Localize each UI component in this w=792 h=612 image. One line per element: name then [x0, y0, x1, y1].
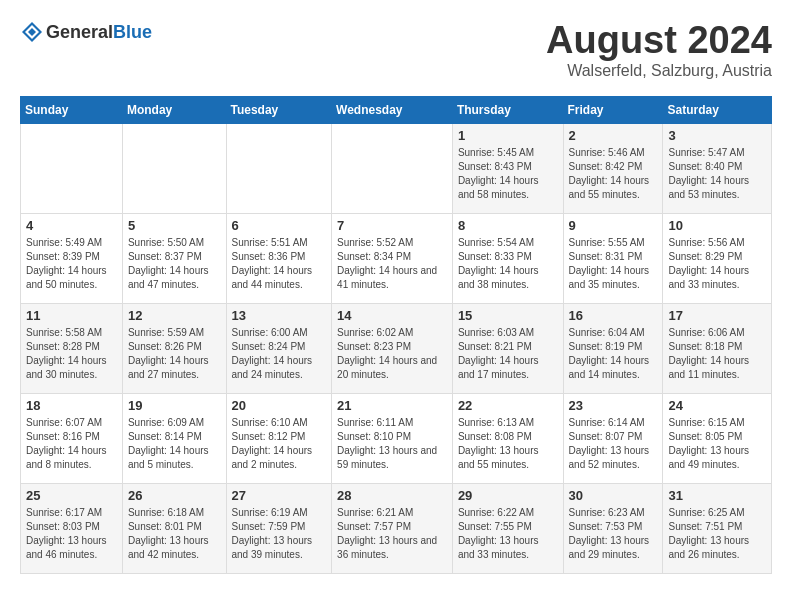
- day-number: 29: [458, 488, 558, 503]
- day-info: Sunrise: 5:51 AM Sunset: 8:36 PM Dayligh…: [232, 236, 327, 292]
- day-number: 19: [128, 398, 221, 413]
- calendar-header: Sunday Monday Tuesday Wednesday Thursday…: [21, 96, 772, 123]
- day-number: 31: [668, 488, 766, 503]
- week-row-4: 18Sunrise: 6:07 AM Sunset: 8:16 PM Dayli…: [21, 393, 772, 483]
- cell-week2-day6: 10Sunrise: 5:56 AM Sunset: 8:29 PM Dayli…: [663, 213, 772, 303]
- cell-week5-day6: 31Sunrise: 6:25 AM Sunset: 7:51 PM Dayli…: [663, 483, 772, 573]
- day-number: 12: [128, 308, 221, 323]
- day-info: Sunrise: 6:22 AM Sunset: 7:55 PM Dayligh…: [458, 506, 558, 562]
- cell-week2-day0: 4Sunrise: 5:49 AM Sunset: 8:39 PM Daylig…: [21, 213, 123, 303]
- title-area: August 2024 Walserfeld, Salzburg, Austri…: [546, 20, 772, 80]
- cell-week3-day3: 14Sunrise: 6:02 AM Sunset: 8:23 PM Dayli…: [332, 303, 453, 393]
- cell-week3-day5: 16Sunrise: 6:04 AM Sunset: 8:19 PM Dayli…: [563, 303, 663, 393]
- day-number: 11: [26, 308, 117, 323]
- day-number: 23: [569, 398, 658, 413]
- cell-week3-day0: 11Sunrise: 5:58 AM Sunset: 8:28 PM Dayli…: [21, 303, 123, 393]
- logo-text-blue: Blue: [113, 22, 152, 42]
- day-info: Sunrise: 5:56 AM Sunset: 8:29 PM Dayligh…: [668, 236, 766, 292]
- main-title: August 2024: [546, 20, 772, 62]
- cell-week1-day3: [332, 123, 453, 213]
- cell-week5-day5: 30Sunrise: 6:23 AM Sunset: 7:53 PM Dayli…: [563, 483, 663, 573]
- cell-week5-day3: 28Sunrise: 6:21 AM Sunset: 7:57 PM Dayli…: [332, 483, 453, 573]
- day-info: Sunrise: 6:21 AM Sunset: 7:57 PM Dayligh…: [337, 506, 447, 562]
- day-number: 30: [569, 488, 658, 503]
- logo-text-general: General: [46, 22, 113, 42]
- day-info: Sunrise: 6:06 AM Sunset: 8:18 PM Dayligh…: [668, 326, 766, 382]
- cell-week5-day4: 29Sunrise: 6:22 AM Sunset: 7:55 PM Dayli…: [452, 483, 563, 573]
- cell-week4-day0: 18Sunrise: 6:07 AM Sunset: 8:16 PM Dayli…: [21, 393, 123, 483]
- day-info: Sunrise: 6:23 AM Sunset: 7:53 PM Dayligh…: [569, 506, 658, 562]
- header-monday: Monday: [122, 96, 226, 123]
- day-number: 25: [26, 488, 117, 503]
- day-number: 7: [337, 218, 447, 233]
- week-row-1: 1Sunrise: 5:45 AM Sunset: 8:43 PM Daylig…: [21, 123, 772, 213]
- day-info: Sunrise: 5:54 AM Sunset: 8:33 PM Dayligh…: [458, 236, 558, 292]
- day-number: 8: [458, 218, 558, 233]
- day-info: Sunrise: 6:03 AM Sunset: 8:21 PM Dayligh…: [458, 326, 558, 382]
- header-sunday: Sunday: [21, 96, 123, 123]
- day-number: 15: [458, 308, 558, 323]
- logo-icon: [20, 20, 44, 44]
- day-info: Sunrise: 6:10 AM Sunset: 8:12 PM Dayligh…: [232, 416, 327, 472]
- header-tuesday: Tuesday: [226, 96, 332, 123]
- calendar-body: 1Sunrise: 5:45 AM Sunset: 8:43 PM Daylig…: [21, 123, 772, 573]
- logo: GeneralBlue: [20, 20, 152, 44]
- day-number: 26: [128, 488, 221, 503]
- calendar-table: Sunday Monday Tuesday Wednesday Thursday…: [20, 96, 772, 574]
- day-info: Sunrise: 5:52 AM Sunset: 8:34 PM Dayligh…: [337, 236, 447, 292]
- day-info: Sunrise: 6:00 AM Sunset: 8:24 PM Dayligh…: [232, 326, 327, 382]
- day-number: 6: [232, 218, 327, 233]
- day-info: Sunrise: 5:45 AM Sunset: 8:43 PM Dayligh…: [458, 146, 558, 202]
- cell-week3-day2: 13Sunrise: 6:00 AM Sunset: 8:24 PM Dayli…: [226, 303, 332, 393]
- day-info: Sunrise: 6:15 AM Sunset: 8:05 PM Dayligh…: [668, 416, 766, 472]
- day-number: 2: [569, 128, 658, 143]
- day-info: Sunrise: 6:25 AM Sunset: 7:51 PM Dayligh…: [668, 506, 766, 562]
- cell-week4-day2: 20Sunrise: 6:10 AM Sunset: 8:12 PM Dayli…: [226, 393, 332, 483]
- header-saturday: Saturday: [663, 96, 772, 123]
- cell-week2-day4: 8Sunrise: 5:54 AM Sunset: 8:33 PM Daylig…: [452, 213, 563, 303]
- header: GeneralBlue August 2024 Walserfeld, Salz…: [20, 20, 772, 80]
- day-info: Sunrise: 6:19 AM Sunset: 7:59 PM Dayligh…: [232, 506, 327, 562]
- day-number: 9: [569, 218, 658, 233]
- week-row-5: 25Sunrise: 6:17 AM Sunset: 8:03 PM Dayli…: [21, 483, 772, 573]
- cell-week3-day1: 12Sunrise: 5:59 AM Sunset: 8:26 PM Dayli…: [122, 303, 226, 393]
- day-info: Sunrise: 6:14 AM Sunset: 8:07 PM Dayligh…: [569, 416, 658, 472]
- cell-week5-day1: 26Sunrise: 6:18 AM Sunset: 8:01 PM Dayli…: [122, 483, 226, 573]
- cell-week4-day5: 23Sunrise: 6:14 AM Sunset: 8:07 PM Dayli…: [563, 393, 663, 483]
- day-info: Sunrise: 6:11 AM Sunset: 8:10 PM Dayligh…: [337, 416, 447, 472]
- day-number: 22: [458, 398, 558, 413]
- day-number: 17: [668, 308, 766, 323]
- day-info: Sunrise: 6:17 AM Sunset: 8:03 PM Dayligh…: [26, 506, 117, 562]
- cell-week1-day4: 1Sunrise: 5:45 AM Sunset: 8:43 PM Daylig…: [452, 123, 563, 213]
- header-friday: Friday: [563, 96, 663, 123]
- day-info: Sunrise: 5:49 AM Sunset: 8:39 PM Dayligh…: [26, 236, 117, 292]
- cell-week2-day5: 9Sunrise: 5:55 AM Sunset: 8:31 PM Daylig…: [563, 213, 663, 303]
- day-info: Sunrise: 5:58 AM Sunset: 8:28 PM Dayligh…: [26, 326, 117, 382]
- header-wednesday: Wednesday: [332, 96, 453, 123]
- week-row-3: 11Sunrise: 5:58 AM Sunset: 8:28 PM Dayli…: [21, 303, 772, 393]
- day-number: 13: [232, 308, 327, 323]
- cell-week5-day2: 27Sunrise: 6:19 AM Sunset: 7:59 PM Dayli…: [226, 483, 332, 573]
- day-info: Sunrise: 6:09 AM Sunset: 8:14 PM Dayligh…: [128, 416, 221, 472]
- week-row-2: 4Sunrise: 5:49 AM Sunset: 8:39 PM Daylig…: [21, 213, 772, 303]
- header-row: Sunday Monday Tuesday Wednesday Thursday…: [21, 96, 772, 123]
- day-info: Sunrise: 5:59 AM Sunset: 8:26 PM Dayligh…: [128, 326, 221, 382]
- day-number: 1: [458, 128, 558, 143]
- day-number: 16: [569, 308, 658, 323]
- day-info: Sunrise: 6:04 AM Sunset: 8:19 PM Dayligh…: [569, 326, 658, 382]
- cell-week2-day3: 7Sunrise: 5:52 AM Sunset: 8:34 PM Daylig…: [332, 213, 453, 303]
- header-thursday: Thursday: [452, 96, 563, 123]
- cell-week4-day1: 19Sunrise: 6:09 AM Sunset: 8:14 PM Dayli…: [122, 393, 226, 483]
- cell-week2-day2: 6Sunrise: 5:51 AM Sunset: 8:36 PM Daylig…: [226, 213, 332, 303]
- day-number: 24: [668, 398, 766, 413]
- day-number: 14: [337, 308, 447, 323]
- day-number: 5: [128, 218, 221, 233]
- day-info: Sunrise: 6:13 AM Sunset: 8:08 PM Dayligh…: [458, 416, 558, 472]
- day-number: 21: [337, 398, 447, 413]
- sub-title: Walserfeld, Salzburg, Austria: [546, 62, 772, 80]
- day-info: Sunrise: 5:47 AM Sunset: 8:40 PM Dayligh…: [668, 146, 766, 202]
- day-info: Sunrise: 6:02 AM Sunset: 8:23 PM Dayligh…: [337, 326, 447, 382]
- day-number: 3: [668, 128, 766, 143]
- day-number: 28: [337, 488, 447, 503]
- cell-week1-day6: 3Sunrise: 5:47 AM Sunset: 8:40 PM Daylig…: [663, 123, 772, 213]
